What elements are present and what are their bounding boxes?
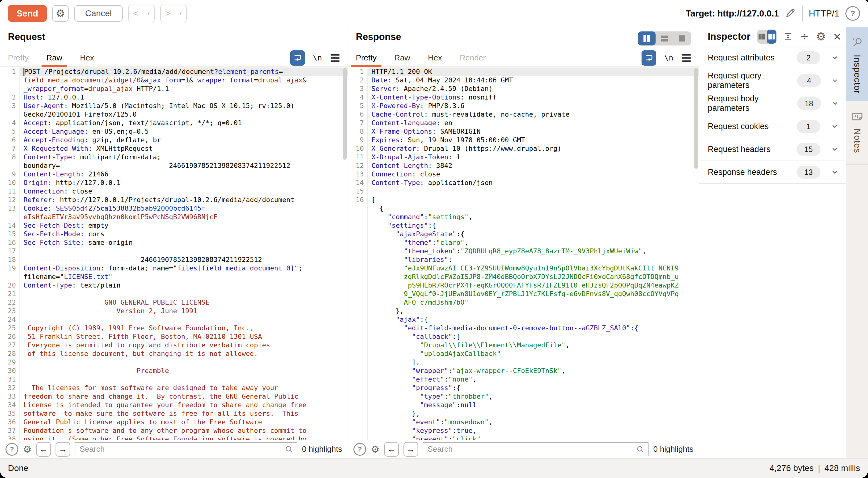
line-number: 6	[348, 110, 368, 119]
line-number: 27	[0, 341, 20, 350]
code-text: Connection: close	[20, 187, 348, 196]
word-wrap-toggle[interactable]	[642, 50, 656, 66]
code-text: General Public License applies to most o…	[20, 418, 348, 426]
line-number: 3	[348, 85, 368, 93]
code-text: User-Agent: Mozilla/5.0 (Macintosh; Inte…	[20, 102, 348, 110]
chevron-down-icon[interactable]: ▾	[143, 5, 154, 22]
line-number	[348, 358, 368, 366]
search-next-button[interactable]: →	[403, 442, 418, 457]
inspector-section-request-cookies[interactable]: Request cookies1	[699, 115, 846, 138]
code-line: "settings":{	[348, 221, 699, 230]
code-line: "event":"mousedown",	[348, 418, 699, 426]
inspector-close-button[interactable]	[833, 31, 842, 42]
send-button[interactable]: Send	[8, 5, 47, 22]
response-scrollbar[interactable]	[694, 68, 698, 169]
side-tab-notes[interactable]: Notes	[846, 101, 868, 165]
newline-toggle[interactable]: \n	[313, 53, 322, 62]
prev-request-button[interactable]: < ▾	[128, 5, 155, 22]
code-line: 18-----------------------------246619078…	[0, 256, 348, 264]
tab-pretty[interactable]: Pretty	[8, 49, 29, 66]
code-text: License is intended to guarantee your fr…	[20, 401, 348, 409]
inspector-section-request-body-parameters[interactable]: Request body parameters18	[699, 92, 846, 115]
inspector-icon	[851, 36, 863, 49]
request-editor[interactable]: 1POST /Projects/drupal-10.2.6/media/add/…	[0, 67, 348, 440]
code-text: [	[368, 196, 699, 204]
code-text: Content-Disposition: form-data; name="fi…	[20, 264, 348, 273]
code-line: 24	[0, 315, 348, 324]
code-line: },	[348, 409, 699, 418]
code-line: 15Sec-Fetch-Mode: cors	[0, 230, 348, 238]
gear-icon[interactable]: ⚙	[371, 444, 380, 455]
inspector-section-request-attributes[interactable]: Request attributes2	[699, 47, 846, 69]
line-number: 3	[0, 102, 20, 110]
code-line: "type":"throbber",	[348, 392, 699, 401]
code-line: "effect":"none",	[348, 375, 699, 384]
line-number: 37	[0, 426, 20, 435]
search-next-button[interactable]: →	[56, 442, 70, 457]
rows-icon	[660, 34, 669, 43]
response-editor[interactable]: 1HTTP/1.1 200 OK2Date: Sat, 04 May 2024 …	[348, 67, 699, 440]
code-line: filename="LICENSE.txt"	[0, 273, 348, 281]
tab-raw[interactable]: Raw	[394, 49, 410, 66]
tab-hex[interactable]: Hex	[428, 49, 442, 66]
newline-toggle[interactable]: \n	[664, 53, 673, 62]
response-search-input[interactable]	[423, 442, 649, 456]
code-line: "ajax":{	[348, 315, 699, 324]
line-number: 26	[0, 332, 20, 341]
code-text: Everyone is permitted to copy and distri…	[20, 341, 348, 350]
menu-icon[interactable]	[682, 54, 691, 62]
search-prev-button[interactable]: ←	[36, 442, 51, 457]
menu-icon[interactable]	[331, 54, 340, 62]
notes-icon	[851, 110, 863, 122]
edit-target-button[interactable]	[785, 7, 796, 20]
collapse-all-button[interactable]	[800, 31, 809, 42]
help-icon[interactable]: ?	[5, 443, 18, 456]
section-label: Request attributes	[708, 53, 775, 63]
layout-columns-button[interactable]	[638, 31, 656, 46]
help-icon[interactable]: ?	[845, 6, 860, 21]
tab-hex[interactable]: Hex	[80, 49, 94, 66]
pencil-icon	[785, 7, 796, 18]
help-icon[interactable]: ?	[353, 443, 366, 456]
line-number: 19	[0, 264, 20, 273]
send-settings-button[interactable]: ⚙	[52, 5, 69, 22]
code-text: Content-Type: multipart/form-data;	[20, 153, 348, 161]
line-number: 11	[348, 153, 368, 161]
line-number: 13	[0, 204, 20, 213]
inspector-section-response-headers[interactable]: Response headers13	[699, 161, 846, 184]
side-tab-inspector[interactable]: Inspector	[846, 27, 868, 101]
code-text: "effect":"none",	[368, 375, 699, 384]
expand-all-button[interactable]	[783, 31, 793, 42]
request-title: Request	[8, 31, 45, 42]
layout-single-button[interactable]	[673, 31, 691, 46]
request-scrollbar[interactable]	[343, 68, 347, 160]
code-text: "message":null	[368, 401, 699, 409]
inspector-settings-button[interactable]: ⚙	[816, 30, 826, 43]
chevron-down-icon	[831, 99, 839, 108]
code-line: 11Connection: close	[0, 187, 348, 196]
cancel-button[interactable]: Cancel	[74, 5, 123, 22]
request-tabs: PrettyRawHex	[8, 49, 112, 66]
tab-raw[interactable]: Raw	[46, 49, 62, 66]
response-searchbar: ? ⚙ ← → 0 highlights	[348, 440, 699, 458]
layout-rows-button[interactable]	[656, 31, 673, 46]
inspector-section-request-query-parameters[interactable]: Request query parameters4	[699, 69, 846, 92]
code-text: "keypress":true,	[368, 426, 699, 435]
count-badge: 4	[797, 74, 821, 87]
chevron-down-icon[interactable]: ▾	[175, 5, 186, 22]
code-line: _pS9HLbR7ROcrPX4f-eqKGrOQ00FAFYFsR7IFZL9…	[348, 281, 699, 290]
search-prev-button[interactable]: ←	[384, 442, 399, 457]
tab-pretty[interactable]: Pretty	[356, 49, 377, 66]
word-wrap-toggle[interactable]	[290, 50, 305, 66]
status-message: Done	[8, 464, 28, 473]
code-line: 11X-Drupal-Ajax-Token: 1	[348, 153, 699, 161]
request-search-input[interactable]	[75, 442, 298, 456]
dock-right-button[interactable]	[767, 30, 776, 43]
code-text: X-Drupal-Ajax-Token: 1	[368, 153, 699, 161]
tab-render[interactable]: Render	[460, 49, 486, 66]
inspector-section-request-headers[interactable]: Request headers15	[699, 138, 846, 161]
gear-icon[interactable]: ⚙	[23, 444, 32, 455]
http-version-selector[interactable]: HTTP/1	[809, 8, 839, 19]
dock-left-button[interactable]	[757, 30, 767, 43]
next-request-button[interactable]: > ▾	[160, 5, 187, 22]
